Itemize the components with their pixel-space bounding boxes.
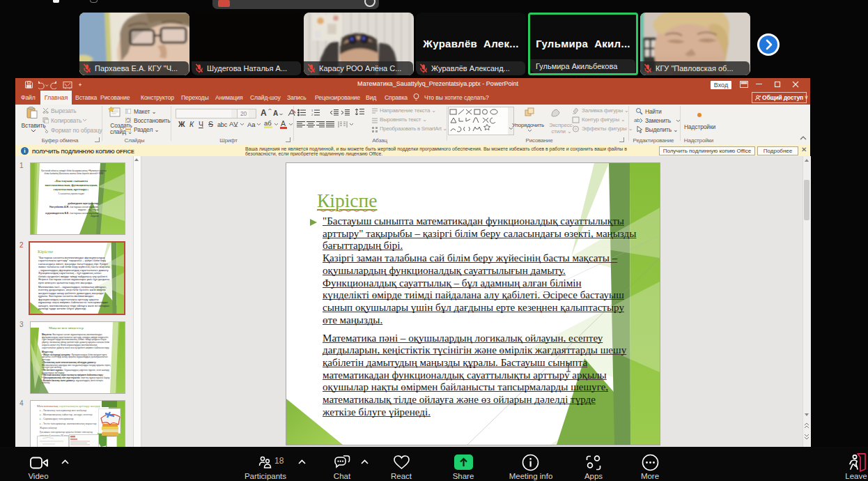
svg-text:А: А [261,108,267,118]
svg-text:2: 2 [311,113,313,116]
svg-text:ab: ab [634,117,640,123]
svg-text:1: 1 [311,109,313,112]
svg-text:А: А [273,109,278,117]
